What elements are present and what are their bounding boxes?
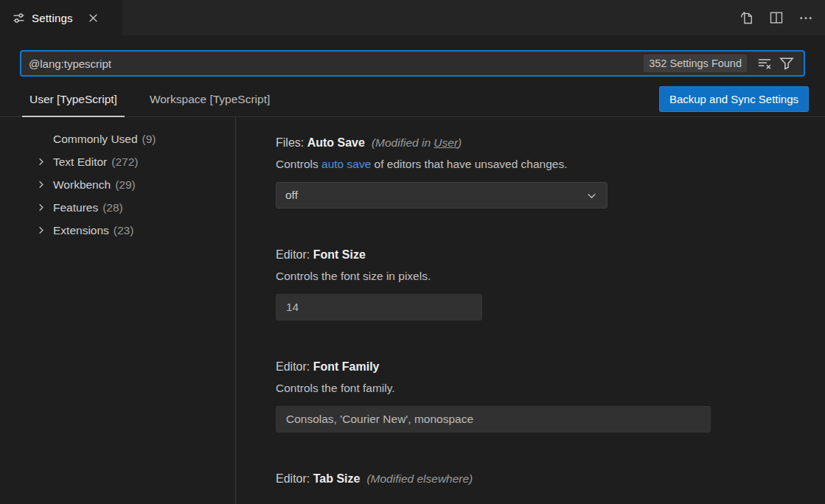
settings-count-badge: 352 Settings Found	[644, 55, 747, 72]
input-value: Consolas, 'Courier New', monospace	[286, 413, 473, 426]
more-actions-icon[interactable]	[798, 10, 813, 25]
settings-toc: Commonly Used (9) Text Editor (272) Work…	[0, 117, 236, 504]
toc-item-features[interactable]: Features (28)	[0, 196, 235, 219]
select-value: off	[285, 189, 298, 202]
setting-title: Editor: Tab Size(Modified elsewhere)	[276, 472, 803, 486]
setting-name: Font Family	[313, 360, 380, 373]
toc-item-label: Commonly Used	[53, 133, 138, 146]
settings-list: Files: Auto Save(Modified in User) Contr…	[236, 117, 825, 504]
chevron-down-icon	[585, 189, 598, 202]
toc-item-count: (9)	[142, 133, 156, 146]
search-row: @lang:typescript 352 Settings Found	[0, 35, 825, 77]
input-value: 14	[286, 301, 299, 314]
setting-description: Controls the font size in pixels.	[276, 270, 803, 283]
modified-scope-link[interactable]: User	[434, 136, 458, 149]
chevron-right-icon	[35, 225, 53, 236]
chevron-right-icon	[35, 202, 53, 213]
toc-item-label: Features	[53, 201, 98, 214]
toc-item-label: Workbench	[53, 178, 111, 192]
settings-search-input[interactable]: @lang:typescript 352 Settings Found	[20, 50, 805, 77]
tab-title: Settings	[32, 12, 73, 24]
chevron-right-icon	[35, 179, 53, 190]
toc-item-text-editor[interactable]: Text Editor (272)	[0, 150, 235, 173]
clear-settings-search-icon[interactable]	[753, 56, 776, 71]
setting-description: Controls auto save of editors that have …	[276, 158, 803, 171]
setting-name: Font Size	[313, 248, 366, 261]
chevron-right-icon	[35, 156, 53, 167]
setting-title: Files: Auto Save(Modified in User)	[276, 136, 803, 150]
settings-body: Commonly Used (9) Text Editor (272) Work…	[0, 117, 825, 504]
toc-item-label: Text Editor	[53, 155, 107, 169]
toc-item-label: Extensions	[53, 224, 109, 237]
scope-tabs: User [TypeScript] Workspace [TypeScript]	[22, 85, 277, 116]
setting-editor-font-size: Editor: Font Size Controls the font size…	[276, 248, 803, 321]
toc-item-count: (272)	[111, 155, 138, 169]
editor-actions	[739, 0, 825, 35]
setting-editor-tab-size: Editor: Tab Size(Modified elsewhere)	[276, 472, 803, 486]
setting-name: Tab Size	[313, 472, 361, 485]
modified-indicator: (Modified elsewhere)	[366, 472, 473, 485]
auto-save-link[interactable]: auto save	[321, 158, 371, 170]
toc-item-count: (28)	[102, 201, 123, 214]
setting-title: Editor: Font Family	[276, 360, 803, 374]
setting-title: Editor: Font Size	[276, 248, 803, 262]
search-query-text: @lang:typescript	[29, 57, 644, 70]
tab-workspace-settings[interactable]: Workspace [TypeScript]	[142, 85, 277, 117]
toc-item-extensions[interactable]: Extensions (23)	[0, 219, 235, 242]
editor-tab-bar: Settings	[0, 0, 825, 35]
toc-item-commonly-used[interactable]: Commonly Used (9)	[0, 127, 235, 150]
setting-files-auto-save: Files: Auto Save(Modified in User) Contr…	[276, 136, 803, 209]
toc-item-workbench[interactable]: Workbench (29)	[0, 173, 235, 196]
backup-sync-settings-button[interactable]: Backup and Sync Settings	[659, 86, 809, 112]
toc-item-count: (29)	[115, 178, 136, 192]
vscode-settings-editor: Settings	[0, 0, 825, 504]
auto-save-select[interactable]: off	[276, 182, 608, 209]
split-editor-icon[interactable]	[769, 10, 784, 25]
settings-sliders-icon	[13, 12, 25, 24]
setting-editor-font-family: Editor: Font Family Controls the font fa…	[276, 360, 803, 433]
setting-category: Editor:	[276, 360, 313, 373]
toc-item-count: (23)	[114, 224, 134, 237]
font-family-input[interactable]: Consolas, 'Courier New', monospace	[276, 406, 711, 433]
open-settings-json-icon[interactable]	[739, 10, 754, 25]
tab-settings[interactable]: Settings	[0, 0, 122, 35]
setting-category: Editor:	[276, 248, 313, 261]
setting-description: Controls the font family.	[276, 382, 803, 395]
setting-category: Editor:	[276, 472, 313, 485]
setting-name: Auto Save	[307, 136, 365, 149]
font-size-input[interactable]: 14	[276, 294, 482, 321]
setting-category: Files:	[276, 136, 307, 149]
close-tab-icon[interactable]	[87, 12, 100, 24]
filter-settings-icon[interactable]	[776, 56, 798, 71]
scope-tabs-row: User [TypeScript] Workspace [TypeScript]…	[0, 85, 825, 117]
tab-user-settings[interactable]: User [TypeScript]	[22, 85, 125, 117]
modified-indicator: (Modified in User)	[372, 136, 462, 149]
